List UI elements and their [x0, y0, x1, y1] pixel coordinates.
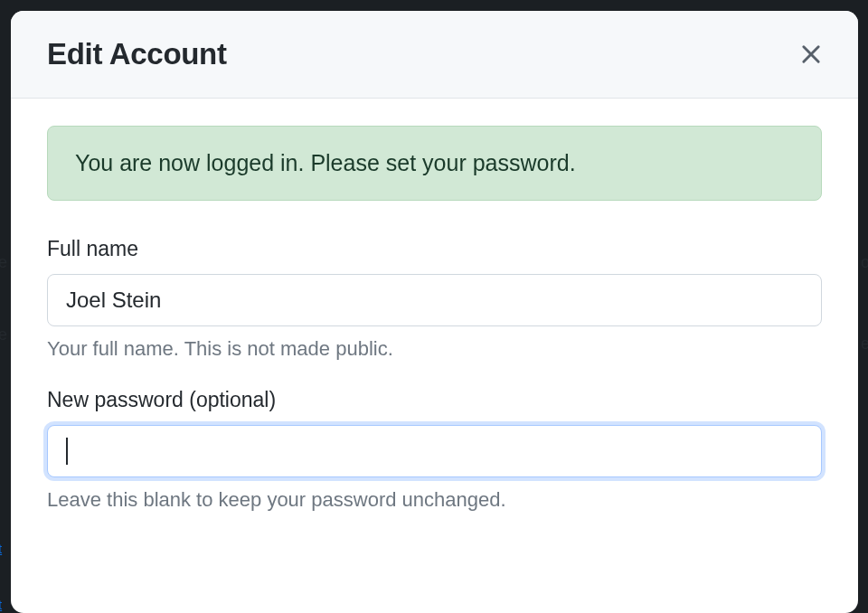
new-password-group: New password (optional) Leave this blank… — [47, 388, 822, 512]
modal-body: You are now logged in. Please set your p… — [11, 99, 858, 566]
alert-message: You are now logged in. Please set your p… — [75, 150, 794, 176]
full-name-input[interactable] — [47, 274, 822, 326]
text-cursor — [66, 438, 68, 465]
bg-text-fragment: e — [0, 253, 7, 272]
full-name-help: Your full name. This is not made public. — [47, 337, 822, 361]
bg-link-fragment: t — [0, 597, 2, 612]
success-alert: You are now logged in. Please set your p… — [47, 126, 822, 201]
new-password-input[interactable] — [47, 425, 822, 477]
bg-link-fragment: t — [0, 541, 2, 556]
close-icon — [798, 42, 824, 67]
modal-title: Edit Account — [47, 37, 227, 71]
edit-account-modal: Edit Account You are now logged in. Plea… — [11, 11, 858, 613]
bg-text-fragment: e — [861, 335, 868, 354]
modal-header: Edit Account — [11, 11, 858, 99]
bg-text-fragment: e — [0, 325, 7, 344]
bg-text-fragment: o — [861, 253, 868, 272]
password-wrapper — [47, 425, 822, 477]
full-name-group: Full name Your full name. This is not ma… — [47, 237, 822, 361]
new-password-label: New password (optional) — [47, 388, 822, 412]
new-password-help: Leave this blank to keep your password u… — [47, 488, 822, 512]
full-name-label: Full name — [47, 237, 822, 261]
close-button[interactable] — [793, 36, 829, 72]
